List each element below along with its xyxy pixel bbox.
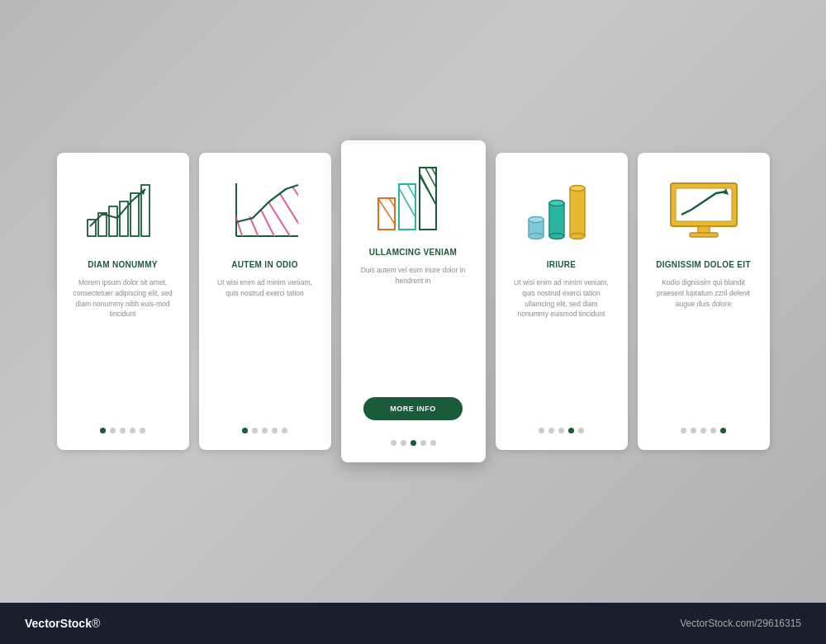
card-3-icon-area	[356, 160, 471, 234]
dot	[558, 428, 564, 433]
dot	[130, 428, 135, 433]
dot	[401, 440, 406, 446]
footer-url: VectorStock.com/29616315	[680, 618, 801, 629]
card-2: AUTEM IN ODIO Ut wisi enim ad minim veni…	[199, 153, 331, 450]
dot	[262, 428, 268, 433]
dot	[548, 428, 554, 433]
svg-rect-21	[399, 184, 415, 230]
svg-rect-2	[109, 206, 117, 236]
dot	[420, 440, 426, 446]
card-5: DIGNISSIM DOLOE EIT Kodio dignissim qui …	[638, 153, 770, 450]
card-1: DIAM NONUMMY Morem ipsum dolor sit amet,…	[57, 153, 189, 450]
area-chart-icon	[228, 177, 302, 243]
dot	[140, 428, 145, 433]
svg-point-38	[549, 234, 564, 239]
card-1-dots	[100, 428, 145, 433]
card-1-text: Morem ipsum dolor sit amet, consectetuer…	[72, 277, 174, 416]
svg-point-37	[549, 201, 564, 206]
svg-point-34	[529, 217, 544, 223]
card-5-text: Kodio dignissim qui blandit praesent lup…	[653, 277, 755, 416]
card-1-icon-area	[72, 173, 174, 247]
dot	[691, 428, 696, 433]
card-2-text: Ut wisi enim ad minim veniam, quis nostr…	[214, 277, 316, 416]
brand-name: VectorStock	[25, 617, 92, 630]
cards-container: DIAM NONUMMY Morem ipsum dolor sit amet,…	[57, 140, 770, 462]
svg-line-31	[424, 153, 457, 215]
dot	[110, 428, 116, 433]
svg-point-35	[529, 234, 544, 239]
card-3-active: ULLAMCING VENIAM Duis autem vel eum iriu…	[341, 140, 486, 462]
card-3-text: Duis autem vel eum iriure dolor in hendr…	[356, 265, 471, 389]
svg-line-24	[399, 169, 436, 235]
card-4-title: IRIURE	[547, 260, 577, 269]
dot	[578, 428, 584, 433]
card-5-icon-area	[653, 173, 755, 247]
dot	[710, 428, 716, 433]
dot	[252, 428, 258, 433]
svg-rect-22	[399, 184, 415, 230]
card-4: IRIURE Ut wisi enim ad minim veniam, qui…	[496, 153, 628, 450]
svg-marker-9	[236, 185, 298, 236]
card-4-dots	[539, 428, 584, 433]
dot	[430, 440, 436, 446]
card-4-text: Ut wisi enim ad minim veniam, quis nostr…	[510, 277, 613, 416]
dot	[681, 428, 686, 433]
cylinder-bars-icon	[525, 177, 599, 243]
card-2-title: AUTEM IN ODIO	[231, 260, 298, 269]
reg-mark: ®	[92, 617, 100, 630]
more-info-button[interactable]: MORE INFO	[363, 397, 463, 420]
card-4-icon-area	[510, 173, 613, 247]
svg-point-41	[570, 234, 585, 239]
dot	[272, 428, 278, 433]
card-1-title: DIAM NONUMMY	[88, 260, 158, 269]
dot	[242, 428, 248, 433]
dot	[100, 428, 106, 433]
dot	[720, 428, 726, 433]
bar-chart-arrow-icon	[86, 177, 160, 243]
footer-brand: VectorStock®	[25, 617, 100, 630]
dot	[700, 428, 706, 433]
footer-bar: VectorStock® VectorStock.com/29616315	[0, 603, 826, 644]
monitor-chart-icon	[667, 177, 741, 243]
dot	[120, 428, 126, 433]
svg-line-15	[286, 177, 319, 226]
dot	[568, 428, 574, 433]
card-3-dots	[391, 440, 436, 446]
svg-rect-46	[690, 233, 718, 237]
card-2-dots	[242, 428, 287, 433]
main-area: DIAM NONUMMY Morem ipsum dolor sit amet,…	[0, 0, 826, 603]
svg-line-14	[269, 177, 311, 243]
dot	[282, 428, 287, 433]
dot	[539, 428, 544, 433]
card-2-icon-area	[214, 173, 316, 247]
svg-point-40	[570, 186, 585, 192]
svg-rect-36	[549, 203, 564, 236]
dot	[391, 440, 396, 446]
card-5-title: DIGNISSIM DOLOE EIT	[656, 260, 751, 269]
card-5-dots	[681, 428, 726, 433]
dot	[411, 440, 416, 446]
hatched-bars-icon	[374, 161, 453, 234]
svg-rect-39	[570, 188, 585, 236]
svg-line-18	[370, 186, 407, 244]
svg-line-19	[378, 182, 415, 239]
card-3-title: ULLAMCING VENIAM	[369, 248, 457, 257]
